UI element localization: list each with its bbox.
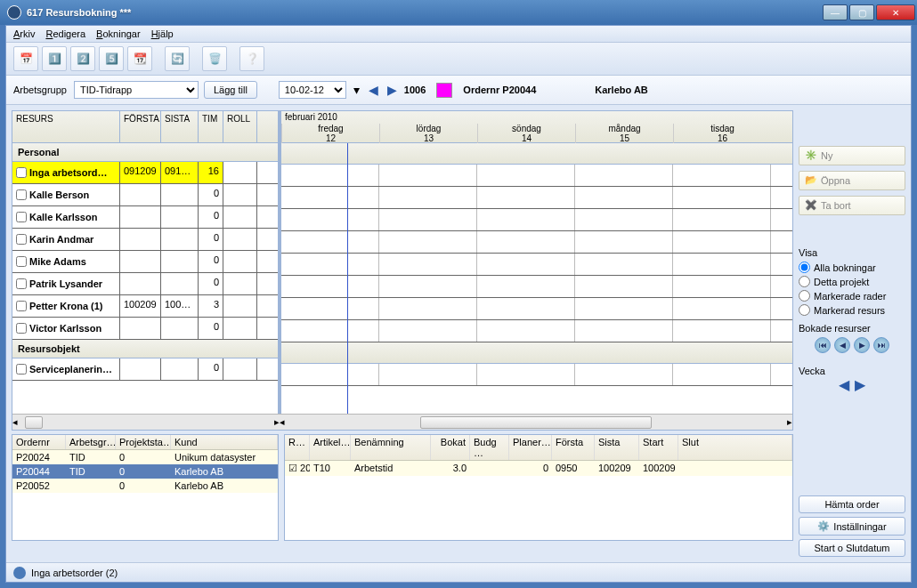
resource-checkbox[interactable] xyxy=(16,278,27,289)
dh-budg[interactable]: Budg … xyxy=(470,435,509,460)
order-row[interactable]: P20044TID0Karlebo AB xyxy=(12,464,278,479)
resource-row[interactable]: Inga arbetsord…09120909121116 xyxy=(12,162,278,184)
tool-help-button[interactable]: ❔ xyxy=(239,46,264,71)
menu-redigera[interactable]: Redigera xyxy=(45,28,85,39)
resource-checkbox[interactable] xyxy=(16,234,27,245)
vecka-next-icon[interactable]: ▶ xyxy=(855,376,865,393)
gantt-hscroll[interactable]: ◂▸ xyxy=(280,414,792,430)
resource-row[interactable]: Karin Andmar0 xyxy=(12,229,278,251)
gantt-day: söndag14 xyxy=(477,124,575,143)
prev-week-button[interactable] xyxy=(367,83,380,97)
gantt-row[interactable] xyxy=(281,209,792,231)
next-week-button[interactable] xyxy=(385,83,399,97)
installningar-button[interactable]: ⚙️Inställningar xyxy=(799,517,905,536)
resource-checkbox[interactable] xyxy=(16,364,27,375)
order-number: Ordernr P20044 xyxy=(463,85,536,95)
radio-markerade[interactable]: Markerade rader xyxy=(799,290,905,302)
dh-slut[interactable]: Slut xyxy=(678,435,792,460)
gantt-row[interactable] xyxy=(281,298,792,320)
nav-last-icon[interactable]: ⏭ xyxy=(873,337,889,353)
nav-prev-icon[interactable]: ◀ xyxy=(834,337,850,353)
resource-hscroll[interactable]: ◂▸ xyxy=(12,414,280,430)
hamta-order-button[interactable]: Hämta order xyxy=(799,495,905,513)
tool-refresh-button[interactable]: 🔄 xyxy=(165,46,190,71)
tool-cal5-button[interactable]: 5️⃣ xyxy=(99,46,124,71)
oh-ordernr[interactable]: Ordernr xyxy=(12,435,66,449)
vecka-prev-icon[interactable]: ◀ xyxy=(839,376,849,393)
tool-cal2-button[interactable]: 2️⃣ xyxy=(70,46,95,71)
oppna-button[interactable]: 📂Öppna xyxy=(799,171,905,190)
resource-checkbox[interactable] xyxy=(16,212,27,222)
resource-checkbox[interactable] xyxy=(16,167,27,178)
dh-benamning[interactable]: Benämning xyxy=(351,435,431,460)
gantt-day: fredag12 xyxy=(281,124,379,143)
order-row[interactable]: P20024TID0Unikum datasyster xyxy=(12,450,278,464)
col-resurs[interactable]: RESURS xyxy=(12,111,120,142)
resource-checkbox[interactable] xyxy=(16,256,27,267)
col-forsta[interactable]: FÖRSTA xyxy=(120,111,161,142)
tool-cal1-button[interactable]: 1️⃣ xyxy=(42,46,67,71)
gantt-body[interactable] xyxy=(281,143,792,414)
resource-row[interactable]: Petter Krona (1)1002091002093 xyxy=(12,295,278,318)
app-icon xyxy=(7,5,21,20)
menu-hjalp[interactable]: Hjälp xyxy=(151,28,174,39)
date-dropdown-icon[interactable]: ▾ xyxy=(352,83,361,97)
dh-r[interactable]: R… xyxy=(285,435,310,460)
maximize-button[interactable]: ▢ xyxy=(849,4,874,20)
col-roll[interactable]: ROLL xyxy=(223,111,257,142)
oh-arbetsgr[interactable]: Arbetsgr… xyxy=(66,435,116,449)
col-sista[interactable]: SISTA xyxy=(161,111,199,142)
resource-row[interactable]: Kalle Berson0 xyxy=(12,184,278,206)
resource-checkbox[interactable] xyxy=(16,189,27,200)
tool-delete-button[interactable]: 🗑️ xyxy=(202,46,227,71)
detail-row[interactable]: ☑ 20T10Arbetstid3.000950100209100209 xyxy=(285,461,792,476)
dh-sista[interactable]: Sista xyxy=(595,435,639,460)
gantt-row[interactable] xyxy=(281,187,792,209)
radio-markerad[interactable]: Markerad resurs xyxy=(799,304,905,316)
minimize-button[interactable]: — xyxy=(823,4,848,20)
col-tim[interactable]: TIM xyxy=(199,111,223,142)
resource-row[interactable]: Patrik Lysander0 xyxy=(12,273,278,295)
menu-bokningar[interactable]: Bokningar xyxy=(96,28,141,39)
gantt-row[interactable] xyxy=(281,320,792,342)
dh-planer[interactable]: Planer… xyxy=(509,435,552,460)
resource-row[interactable]: Serviceplanerin…0 xyxy=(12,358,278,381)
gantt-row[interactable] xyxy=(281,254,792,276)
tool-cal31-button[interactable]: 📆 xyxy=(127,46,152,71)
radio-alla[interactable]: Alla bokningar xyxy=(799,262,905,273)
schedule-grid: RESURS FÖRSTA SISTA TIM ROLL PersonalIng… xyxy=(12,110,793,431)
oh-projektsta[interactable]: Projektsta… xyxy=(116,435,171,449)
gantt-row[interactable] xyxy=(281,364,792,386)
resource-row[interactable]: Kalle Karlsson0 xyxy=(12,206,278,229)
tabort-button[interactable]: ✖️Ta bort xyxy=(799,196,905,215)
close-button[interactable]: ✕ xyxy=(876,4,915,20)
arbetsgrupp-select[interactable]: TID-Tidrapp xyxy=(74,81,199,99)
order-row[interactable]: P200520Karlebo AB xyxy=(12,479,278,493)
gantt-row[interactable] xyxy=(281,231,792,254)
nav-next-icon[interactable]: ▶ xyxy=(854,337,870,353)
arbetsgrupp-label: Arbetsgrupp xyxy=(13,85,67,95)
dh-start[interactable]: Start xyxy=(639,435,678,460)
start-slutdatum-button[interactable]: Start o Slutdatum xyxy=(799,539,905,557)
dh-bokat[interactable]: Bokat xyxy=(431,435,470,460)
gantt-row[interactable] xyxy=(281,165,792,187)
resource-row[interactable]: Victor Karlsson0 xyxy=(12,318,278,340)
radio-detta[interactable]: Detta projekt xyxy=(799,276,905,287)
order-color-swatch xyxy=(436,83,452,98)
ny-button[interactable]: ✳️Ny xyxy=(799,146,905,165)
resource-checkbox[interactable] xyxy=(16,323,27,334)
dh-artikel[interactable]: Artikel… xyxy=(310,435,351,460)
status-text: Inga arbetsorder (2) xyxy=(31,568,118,578)
date-select[interactable]: 10-02-12 xyxy=(279,81,346,99)
oh-kund[interactable]: Kund xyxy=(171,435,278,449)
nav-first-icon[interactable]: ⏮ xyxy=(815,337,831,353)
resource-checkbox[interactable] xyxy=(16,301,27,311)
tool-day-button[interactable]: 📅 xyxy=(13,46,38,71)
gantt-row[interactable] xyxy=(281,276,792,298)
dh-forsta[interactable]: Första xyxy=(552,435,595,460)
resource-row[interactable]: Mike Adams0 xyxy=(12,251,278,273)
lagg-till-button[interactable]: Lägg till xyxy=(204,81,257,99)
delete-icon: ✖️ xyxy=(805,199,817,212)
gantt-chart: februari 2010 fredag12lördag13söndag14må… xyxy=(280,111,792,414)
menu-arkiv[interactable]: Arkiv xyxy=(13,28,35,39)
